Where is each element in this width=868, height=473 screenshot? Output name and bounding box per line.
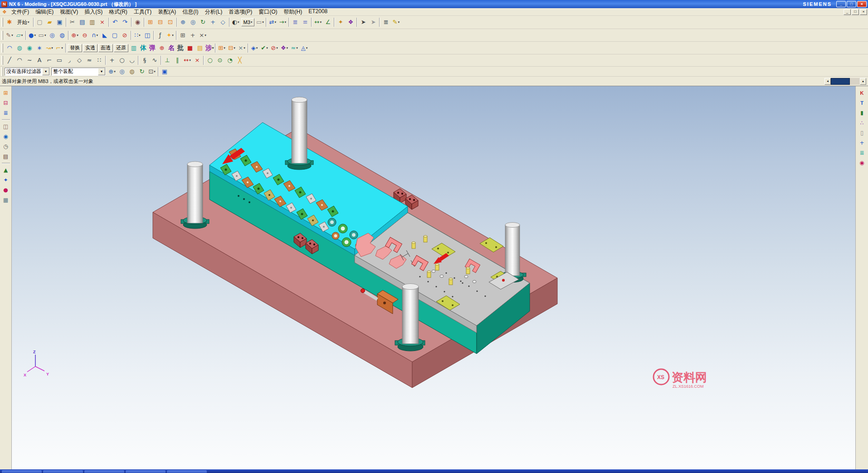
dropdown-arrow-icon[interactable]: ▾: [97, 31, 98, 40]
dropdown-arrow-icon[interactable]: ▾: [28, 20, 29, 24]
reuse-library-icon[interactable]: ◫: [1, 122, 10, 131]
dropdown-arrow-icon[interactable]: ▾: [296, 44, 298, 53]
text-tool-icon[interactable]: T: [858, 98, 867, 107]
dropdown-arrow-icon[interactable]: ▾: [114, 67, 116, 76]
rectangle-button[interactable]: ▭: [54, 55, 64, 65]
geometric-constraint-button[interactable]: ⊥: [162, 55, 172, 65]
open-button[interactable]: ▰: [45, 17, 55, 27]
dropdown-arrow-icon[interactable]: ▾: [238, 18, 239, 27]
spring-button[interactable]: 弹: [148, 43, 157, 53]
pan-button[interactable]: +: [208, 17, 218, 27]
target-point-button[interactable]: ⊕: [157, 43, 167, 53]
scrollbar-thumb[interactable]: [831, 78, 850, 85]
sphere-surface-button[interactable]: ◉: [24, 43, 34, 53]
chamfer-button[interactable]: ◣: [100, 30, 110, 40]
point-button[interactable]: +: [107, 55, 117, 65]
dropdown-arrow-icon[interactable]: ▾: [77, 31, 78, 40]
part-navigator-icon[interactable]: ≣: [1, 108, 10, 117]
batch-button[interactable]: 批: [176, 43, 185, 53]
scroll-up-button[interactable]: ▴: [860, 78, 866, 85]
studio-spline-button[interactable]: §: [140, 55, 150, 65]
line-button[interactable]: ╱: [5, 55, 15, 65]
dropdown-arrow-icon[interactable]: ▾: [287, 44, 288, 53]
scrollbar-track[interactable]: [850, 78, 860, 85]
ellipse-button[interactable]: ○: [117, 55, 127, 65]
interference-button[interactable]: 涉▾: [205, 43, 214, 53]
quick-pick-button[interactable]: ➤: [368, 17, 378, 27]
menu-file[interactable]: 文件(F): [8, 8, 32, 16]
menu-insert[interactable]: 插入(S): [81, 8, 106, 16]
new-window-button[interactable]: ⊞: [146, 17, 156, 27]
taskbar-button[interactable]: [126, 470, 166, 473]
unite-button[interactable]: ⊕▾: [70, 30, 80, 40]
dropdown-arrow-icon[interactable]: ▾: [244, 44, 245, 53]
swept-button[interactable]: ↝▾: [44, 43, 54, 53]
expressions-button[interactable]: ƒ: [155, 30, 165, 40]
clip-section-button[interactable]: ▭▾: [255, 17, 265, 27]
start-gear-icon[interactable]: ✱: [5, 17, 15, 27]
extrude-button[interactable]: ●▾: [27, 30, 37, 40]
toolbar-grip-sketch[interactable]: [1, 56, 3, 65]
wave-geometry-button[interactable]: ⊟▾: [227, 43, 237, 53]
dropdown-arrow-icon[interactable]: ▾: [320, 18, 322, 27]
save-button[interactable]: ▣: [55, 17, 65, 27]
minimize-button[interactable]: _: [836, 1, 846, 7]
molecule-icon[interactable]: ∴: [858, 118, 867, 127]
arc-button[interactable]: ◠: [15, 55, 24, 65]
rotate-about-button[interactable]: ↻: [137, 67, 147, 77]
menu-analysis[interactable]: 分析(L): [202, 8, 226, 16]
dropdown-arrow-icon[interactable]: ▾: [172, 31, 174, 40]
dropdown-arrow-icon[interactable]: ▾: [266, 44, 268, 53]
redo-button[interactable]: ↷: [120, 17, 130, 27]
check-mate-button[interactable]: ✔▾: [259, 43, 269, 53]
horizontal-scrollbar[interactable]: ◂ ▴: [824, 78, 866, 85]
sketch-button[interactable]: ✎▾: [5, 30, 15, 40]
menu-edit[interactable]: 编辑(E): [32, 8, 57, 16]
selection-filter-select[interactable]: 没有选择过滤器 ▼: [5, 68, 50, 76]
name-button[interactable]: 名: [167, 43, 176, 53]
wcs-dynamics-button[interactable]: ▣: [160, 67, 170, 77]
information-window-button[interactable]: ≣: [381, 17, 391, 27]
manufacturing-wizard-icon[interactable]: ✦: [1, 176, 10, 185]
taskbar-button[interactable]: [84, 470, 124, 473]
gc-toolkit-button[interactable]: ◈▾: [249, 43, 259, 53]
layer-settings-button[interactable]: ≣: [290, 17, 300, 27]
dropdown-arrow-icon[interactable]: ▾: [256, 44, 258, 53]
menu-preferences[interactable]: 首选项(P): [225, 8, 255, 16]
perspective-button[interactable]: ◇: [218, 17, 228, 27]
circle-diameter-button[interactable]: ⊙: [215, 55, 225, 65]
dropdown-arrow-icon[interactable]: ▾: [11, 31, 13, 40]
edge-blend-button[interactable]: ∩▾: [90, 30, 100, 40]
scroll-left-button[interactable]: ◂: [824, 78, 831, 85]
menu-help[interactable]: 帮助(H): [281, 8, 306, 16]
m3-button[interactable]: M3▾: [241, 18, 255, 26]
solid-translucency-button[interactable]: 实透: [83, 44, 98, 52]
synchronous-modeling-button[interactable]: ✦▾: [165, 30, 175, 40]
restore-button[interactable]: 还原: [114, 44, 128, 52]
add-icon[interactable]: +: [858, 138, 867, 147]
block-button[interactable]: ▭▾: [37, 30, 47, 40]
edit-display-button[interactable]: ✎▾: [391, 17, 401, 27]
immediate-hide-button[interactable]: →▾: [278, 17, 288, 27]
face-translucency-button[interactable]: 面透: [98, 44, 113, 52]
conic-button[interactable]: ◡: [127, 55, 137, 65]
dropdown-arrow-icon[interactable]: ▾: [189, 56, 191, 65]
selection-bar-grip[interactable]: [1, 67, 3, 76]
dropdown-arrow-icon[interactable]: ▼: [98, 68, 105, 75]
dropdown-arrow-icon[interactable]: ▾: [44, 31, 46, 40]
curve-mesh-button[interactable]: ∗: [34, 43, 44, 53]
tile-window-button[interactable]: ⊡: [166, 17, 176, 27]
flange-button[interactable]: ⌐▾: [54, 43, 64, 53]
dropdown-arrow-icon[interactable]: ▾: [306, 44, 308, 53]
web-browser-icon[interactable]: ◉: [1, 132, 10, 141]
people-icon[interactable]: ◉: [858, 158, 867, 167]
dropdown-arrow-icon[interactable]: ▾: [234, 44, 235, 53]
dropdown-arrow-icon[interactable]: ▾: [139, 31, 141, 40]
pattern-feature-button[interactable]: ∷▾: [132, 30, 142, 40]
menu-view[interactable]: 视图(V): [57, 8, 81, 16]
dropdown-arrow-icon[interactable]: ▾: [398, 18, 400, 27]
dropdown-arrow-icon[interactable]: ▾: [262, 18, 264, 27]
replace-button[interactable]: 替换: [68, 44, 82, 52]
dropdown-arrow-icon[interactable]: ▾: [285, 18, 287, 27]
close-tool-button[interactable]: ×▾: [198, 30, 208, 40]
